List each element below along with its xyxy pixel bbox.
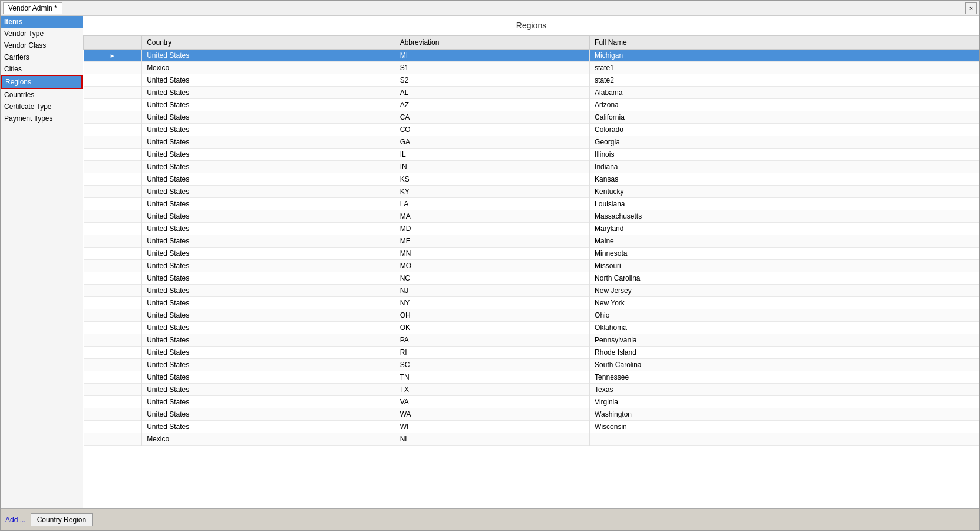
row-abbreviation: MD: [395, 223, 589, 235]
table-row[interactable]: United StatesPAPennsylvania: [84, 334, 979, 347]
row-abbreviation: MN: [395, 248, 589, 260]
sidebar-item-vendor-type[interactable]: Vendor Type: [1, 28, 83, 39]
table-row[interactable]: United StatesILIllinois: [84, 149, 979, 161]
title-tab[interactable]: Vendor Admin *: [3, 2, 62, 14]
row-country: United States: [142, 99, 395, 111]
row-fullname: Indiana: [590, 161, 979, 173]
table-row[interactable]: United StatesKSKansas: [84, 173, 979, 186]
row-abbreviation: TX: [395, 384, 589, 396]
table-row[interactable]: United StatesMNMinnesota: [84, 248, 979, 260]
table-row[interactable]: United StatesSCSouth Carolina: [84, 359, 979, 371]
row-indicator: [84, 359, 142, 371]
row-indicator: [84, 223, 142, 235]
row-country: United States: [142, 87, 395, 99]
row-abbreviation: WA: [395, 408, 589, 421]
table-row[interactable]: United StatesGAGeorgia: [84, 136, 979, 149]
table-row[interactable]: United StatesNYNew York: [84, 297, 979, 309]
table-row[interactable]: United StatesMDMaryland: [84, 223, 979, 235]
row-abbreviation: S1: [395, 62, 589, 74]
table-container[interactable]: Country Abbreviation Full Name ►United S…: [83, 35, 979, 508]
row-country: United States: [142, 371, 395, 384]
table-row[interactable]: MexicoS1state1: [84, 62, 979, 74]
row-indicator: [84, 260, 142, 272]
row-indicator: [84, 74, 142, 87]
row-abbreviation: ME: [395, 235, 589, 248]
row-country: Mexico: [142, 433, 395, 446]
row-country: United States: [142, 186, 395, 198]
table-row[interactable]: United StatesMOMissouri: [84, 260, 979, 272]
table-row[interactable]: United StatesWAWashington: [84, 408, 979, 421]
regions-panel: Regions Country Abbreviation Full Name: [83, 16, 979, 508]
sidebar-item-cities[interactable]: Cities: [1, 63, 83, 75]
table-row[interactable]: United StatesLALouisiana: [84, 198, 979, 210]
row-indicator: [84, 111, 142, 124]
table-row[interactable]: United StatesWIWisconsin: [84, 421, 979, 433]
table-row[interactable]: United StatesNCNorth Carolina: [84, 272, 979, 285]
row-country: United States: [142, 384, 395, 396]
table-row[interactable]: United StatesRIRhode Island: [84, 347, 979, 359]
sidebar-header: Items: [1, 16, 83, 28]
row-abbreviation: KS: [395, 173, 589, 186]
close-button[interactable]: ×: [965, 2, 977, 14]
row-indicator: [84, 285, 142, 297]
table-row[interactable]: ►United StatesMIMichigan: [84, 50, 979, 62]
table-row[interactable]: United StatesAZArizona: [84, 99, 979, 111]
row-fullname: North Carolina: [590, 272, 979, 285]
sidebar-item-regions[interactable]: Regions: [1, 75, 83, 89]
table-row[interactable]: United StatesKYKentucky: [84, 186, 979, 198]
table-row[interactable]: United StatesINIndiana: [84, 161, 979, 173]
table-row[interactable]: United StatesNJNew Jersey: [84, 285, 979, 297]
row-country: United States: [142, 173, 395, 186]
row-fullname: Colorado: [590, 124, 979, 136]
row-country: United States: [142, 210, 395, 223]
row-country: United States: [142, 74, 395, 87]
row-country: United States: [142, 297, 395, 309]
row-fullname: California: [590, 111, 979, 124]
table-row[interactable]: United StatesMAMassachusetts: [84, 210, 979, 223]
row-fullname: Maryland: [590, 223, 979, 235]
country-region-button[interactable]: Country Region: [31, 513, 93, 526]
row-country: United States: [142, 285, 395, 297]
row-fullname: Alabama: [590, 87, 979, 99]
table-row[interactable]: United StatesCOColorado: [84, 124, 979, 136]
table-row[interactable]: United StatesMEMaine: [84, 235, 979, 248]
row-indicator: [84, 297, 142, 309]
table-row[interactable]: United StatesVAVirginia: [84, 396, 979, 408]
row-country: United States: [142, 272, 395, 285]
row-fullname: state2: [590, 74, 979, 87]
row-country: United States: [142, 161, 395, 173]
col-abbrev-header: Abbreviation: [395, 36, 589, 50]
sidebar-item-payment-types[interactable]: Payment Types: [1, 113, 83, 124]
table-row[interactable]: United StatesS2state2: [84, 74, 979, 87]
row-country: United States: [142, 149, 395, 161]
row-indicator: [84, 309, 142, 322]
row-fullname: South Carolina: [590, 359, 979, 371]
row-country: United States: [142, 408, 395, 421]
row-indicator: [84, 124, 142, 136]
sidebar: Items Vendor TypeVendor ClassCarriersCit…: [1, 16, 83, 508]
table-row[interactable]: United StatesOHOhio: [84, 309, 979, 322]
sidebar-item-countries[interactable]: Countries: [1, 89, 83, 101]
row-indicator: [84, 408, 142, 421]
sidebar-item-vendor-class[interactable]: Vendor Class: [1, 39, 83, 51]
sidebar-item-certificate-type[interactable]: Certifcate Type: [1, 101, 83, 113]
row-abbreviation: AZ: [395, 99, 589, 111]
row-abbreviation: LA: [395, 198, 589, 210]
table-row[interactable]: United StatesCACalifornia: [84, 111, 979, 124]
row-abbreviation: S2: [395, 74, 589, 87]
table-row[interactable]: United StatesTNTennessee: [84, 371, 979, 384]
table-row[interactable]: United StatesALAlabama: [84, 87, 979, 99]
row-indicator: [84, 62, 142, 74]
row-fullname: Georgia: [590, 136, 979, 149]
row-fullname: Tennessee: [590, 371, 979, 384]
row-country: United States: [142, 421, 395, 433]
row-fullname: Massachusetts: [590, 210, 979, 223]
table-row[interactable]: United StatesTXTexas: [84, 384, 979, 396]
add-link[interactable]: Add ...: [5, 516, 26, 524]
col-fullname-header: Full Name: [590, 36, 979, 50]
table-row[interactable]: MexicoNL: [84, 433, 979, 446]
row-abbreviation: TN: [395, 371, 589, 384]
table-row[interactable]: United StatesOKOklahoma: [84, 322, 979, 334]
sidebar-item-carriers[interactable]: Carriers: [1, 51, 83, 63]
row-country: United States: [142, 50, 395, 62]
